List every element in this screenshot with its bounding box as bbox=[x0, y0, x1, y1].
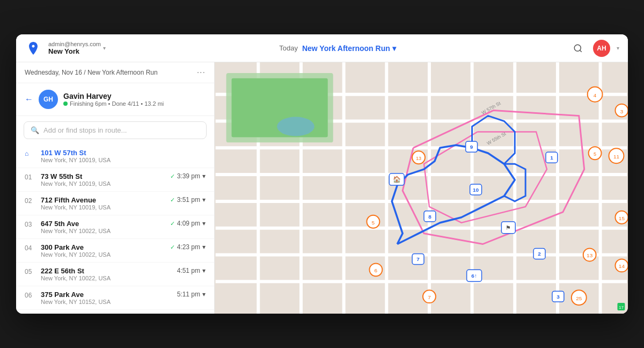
svg-text:4: 4 bbox=[594, 92, 597, 98]
stop-details: 300 Park AveNew York, NY 10022, USA bbox=[41, 243, 165, 258]
stop-time[interactable]: ✓ 4:23 pm ▾ bbox=[170, 243, 206, 251]
driver-status-text: Finishing 6pm • Done 4/11 • 13.2 mi bbox=[70, 100, 164, 107]
svg-text:🏠: 🏠 bbox=[393, 175, 401, 183]
app-window: admin@henrys.com New York ▾ Today New Yo… bbox=[16, 34, 628, 314]
stop-time-chevron-icon: ▾ bbox=[202, 243, 206, 251]
stop-time-value: 4:09 pm bbox=[177, 220, 200, 227]
driver-name: Gavin Harvey bbox=[63, 92, 206, 100]
svg-text:3: 3 bbox=[557, 294, 560, 300]
sidebar-more-button[interactable]: ··· bbox=[197, 68, 206, 77]
driver-avatar: GH bbox=[39, 90, 58, 109]
stop-check-icon: ✓ bbox=[170, 244, 175, 251]
app-logo bbox=[25, 40, 42, 57]
header-center: Today New York Afternoon Run ▾ bbox=[112, 44, 563, 53]
stop-search-placeholder: Add or find stops in route... bbox=[43, 126, 127, 134]
stop-item[interactable]: 04300 Park AveNew York, NY 10022, USA✓ 4… bbox=[16, 239, 214, 263]
svg-text:6: 6 bbox=[375, 267, 378, 273]
driver-info: Gavin Harvey Finishing 6pm • Done 4/11 •… bbox=[63, 92, 206, 107]
stop-time-value: 4:51 pm bbox=[177, 267, 200, 274]
stop-number: 03 bbox=[25, 220, 35, 228]
route-name: New York Afternoon Run bbox=[302, 44, 390, 53]
stop-details: 712 Fifth AvenueNew York, NY 10019, USA bbox=[41, 196, 165, 211]
driver-status: Finishing 6pm • Done 4/11 • 13.2 mi bbox=[63, 100, 206, 107]
svg-text:1: 1 bbox=[550, 155, 553, 161]
stop-time-value: 3:51 pm bbox=[177, 196, 200, 204]
stop-item[interactable]: 0173 W 55th StNew York, NY 10019, USA✓ 3… bbox=[16, 168, 214, 192]
stop-street: 222 E 56th St bbox=[41, 267, 172, 275]
stop-details: 73 W 55th StNew York, NY 10019, USA bbox=[41, 172, 165, 187]
account-chevron-icon: ▾ bbox=[103, 45, 106, 51]
svg-text:15: 15 bbox=[619, 215, 625, 221]
back-button[interactable]: ← bbox=[25, 95, 33, 104]
today-label: Today bbox=[279, 44, 298, 52]
map-area[interactable]: 🏠 1 2 3 ⚑ 6↑ 7 bbox=[215, 62, 628, 314]
stop-street: 101 W 57th St bbox=[41, 149, 206, 157]
stop-time-chevron-icon: ▾ bbox=[202, 291, 206, 298]
account-info: admin@henrys.com New York bbox=[48, 41, 101, 55]
svg-text:13: 13 bbox=[587, 252, 593, 258]
route-selector[interactable]: New York Afternoon Run ▾ bbox=[302, 44, 396, 53]
main-content: Wednesday, Nov 16 / New York Afternoon R… bbox=[16, 62, 628, 314]
stop-time[interactable]: ✓ 4:09 pm ▾ bbox=[170, 220, 206, 227]
search-button[interactable] bbox=[569, 40, 587, 57]
svg-text:13: 13 bbox=[416, 156, 421, 161]
stop-time[interactable]: 5:11 pm ▾ bbox=[177, 291, 206, 298]
stop-time-chevron-icon: ▾ bbox=[202, 220, 206, 227]
svg-text:⚑: ⚑ bbox=[506, 224, 511, 231]
stop-number: 05 bbox=[25, 267, 35, 276]
stop-item[interactable]: 05222 E 56th StNew York, NY 10022, USA4:… bbox=[16, 263, 214, 286]
stops-list: ⌂101 W 57th StNew York, NY 10019, USA017… bbox=[16, 144, 214, 314]
svg-text:9: 9 bbox=[470, 144, 473, 150]
stop-city: New York, NY 10022, USA bbox=[41, 251, 165, 258]
stop-number: 02 bbox=[25, 196, 35, 205]
stop-time[interactable]: ✓ 3:51 pm ▾ bbox=[170, 196, 206, 204]
stop-details: 647 5th AveNew York, NY 10022, USA bbox=[41, 220, 165, 234]
stop-number: 04 bbox=[25, 243, 35, 252]
stop-time-chevron-icon: ▾ bbox=[202, 172, 206, 180]
account-email: admin@henrys.com bbox=[48, 41, 101, 47]
stop-item[interactable]: 06375 Park AveNew York, NY 10152, USA5:1… bbox=[16, 286, 214, 310]
user-chevron-icon: ▾ bbox=[617, 45, 619, 51]
stop-item[interactable]: 03647 5th AveNew York, NY 10022, USA✓ 4:… bbox=[16, 215, 214, 239]
stop-time-value: 4:23 pm bbox=[177, 243, 200, 251]
svg-text:14: 14 bbox=[619, 263, 625, 269]
stop-item[interactable]: ⌂101 W 57th StNew York, NY 10019, USA bbox=[16, 144, 214, 168]
stop-street: 712 Fifth Avenue bbox=[41, 196, 165, 204]
sidebar-header: Wednesday, Nov 16 / New York Afternoon R… bbox=[16, 62, 214, 83]
stop-time[interactable]: ✓ 3:39 pm ▾ bbox=[170, 172, 206, 180]
svg-text:5: 5 bbox=[594, 151, 596, 157]
svg-text:25: 25 bbox=[576, 295, 582, 301]
svg-point-0 bbox=[574, 45, 581, 51]
account-selector[interactable]: admin@henrys.com New York ▾ bbox=[48, 41, 106, 55]
stop-details: 222 E 56th StNew York, NY 10022, USA bbox=[41, 267, 172, 281]
stop-city: New York, NY 10019, USA bbox=[41, 157, 206, 163]
svg-point-22 bbox=[277, 117, 314, 136]
stop-time-chevron-icon: ▾ bbox=[202, 196, 206, 204]
svg-text:6↑: 6↑ bbox=[471, 273, 477, 279]
stop-time[interactable]: 4:51 pm ▾ bbox=[177, 267, 206, 274]
account-city: New York bbox=[48, 47, 101, 55]
user-avatar[interactable]: AH bbox=[593, 40, 610, 57]
sidebar: Wednesday, Nov 16 / New York Afternoon R… bbox=[16, 62, 215, 314]
stop-details: 101 W 57th StNew York, NY 10019, USA bbox=[41, 149, 206, 163]
stop-number: ⌂ bbox=[25, 149, 35, 157]
stop-street: 647 5th Ave bbox=[41, 220, 165, 228]
stop-check-icon: ✓ bbox=[170, 220, 175, 227]
route-chevron-icon: ▾ bbox=[392, 44, 396, 53]
stop-item[interactable]: 02712 Fifth AvenueNew York, NY 10019, US… bbox=[16, 192, 214, 215]
stop-check-icon: ✓ bbox=[170, 173, 175, 180]
header: admin@henrys.com New York ▾ Today New Yo… bbox=[16, 34, 628, 62]
stop-city: New York, NY 10022, USA bbox=[41, 275, 172, 281]
stop-search-icon: 🔍 bbox=[31, 126, 39, 134]
stop-search-bar[interactable]: 🔍 Add or find stops in route... bbox=[24, 121, 207, 139]
status-dot-icon bbox=[63, 102, 68, 106]
svg-text:5: 5 bbox=[372, 220, 375, 226]
stop-city: New York, NY 10022, USA bbox=[41, 228, 165, 234]
svg-text:7: 7 bbox=[428, 294, 431, 300]
svg-text:17: 17 bbox=[619, 305, 624, 310]
stop-street: 375 Park Ave bbox=[41, 291, 172, 299]
stop-check-icon: ✓ bbox=[170, 197, 175, 204]
stop-city: New York, NY 10019, USA bbox=[41, 204, 165, 211]
stop-number: 01 bbox=[25, 172, 35, 181]
svg-text:8: 8 bbox=[428, 214, 431, 220]
